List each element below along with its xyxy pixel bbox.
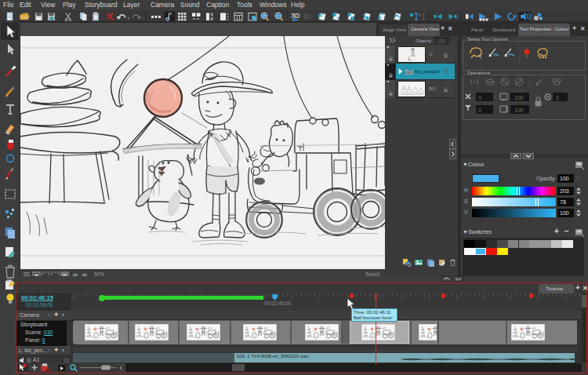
svg-text:0: 0: [556, 95, 559, 100]
svg-text:100: 100: [514, 107, 524, 113]
svg-text:0: 0: [478, 95, 481, 100]
svg-text:0: 0: [478, 107, 481, 113]
svg-text:100: 100: [514, 95, 524, 100]
